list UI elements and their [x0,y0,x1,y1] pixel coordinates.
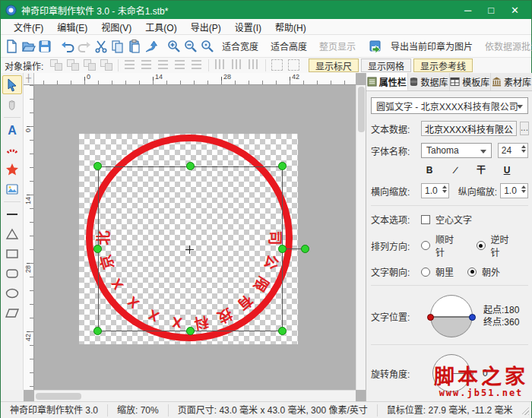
v-scale-spinner[interactable]: 1.0 [500,183,528,198]
ungroup-icon[interactable] [65,58,81,71]
select-tool[interactable] [2,75,22,94]
paste-button[interactable] [127,36,142,56]
tab-templates[interactable]: 模板库 [450,73,492,90]
show-ruler-toggle[interactable]: 显示标尺 [309,59,359,72]
handle-bottom-right[interactable] [278,327,287,335]
arrow-button[interactable] [144,36,159,56]
spin-down-icon[interactable] [521,150,526,153]
send-back-icon[interactable] [98,58,115,71]
maximize-button[interactable]: □ [488,5,494,16]
same-height-icon[interactable] [229,58,245,71]
copy-button[interactable] [110,36,125,56]
watermark-url: www.jb51.net [434,388,528,398]
clockwise-radio[interactable] [421,241,430,250]
menu-item-1[interactable]: 编辑(E) [50,19,94,35]
handle-mid-right[interactable] [278,245,287,253]
tab-properties[interactable]: 属性栏 [366,73,408,90]
menu-item-2[interactable]: 视图(V) [94,19,138,35]
hollow-text-checkbox[interactable] [421,215,430,224]
object-selector[interactable]: 圆弧文字 - 北京XXXX科技有限公司 [371,97,528,114]
show-grid-toggle[interactable]: 显示网格 [361,59,411,72]
pan-tool[interactable] [2,95,22,114]
tab-materials[interactable]: 素材库 [491,73,532,90]
export-current-button[interactable]: 导出当前印章为图片 [385,36,478,56]
handle-mid-left[interactable] [93,245,102,253]
zoom-reset-button[interactable] [200,36,215,56]
show-guides-toggle[interactable]: 显示参考线 [413,59,473,72]
full-page-button[interactable]: 整页显示 [314,36,361,56]
align-bottom-icon[interactable] [188,58,205,71]
line-tool[interactable] [2,204,22,223]
handle-top-right[interactable] [278,162,287,170]
zoom-in-button[interactable] [166,36,182,56]
handle-bottom-left[interactable] [93,327,102,335]
text-data-more-button[interactable]: ... [520,122,529,135]
align-left-icon[interactable] [122,58,138,71]
v-ruler-label: 0 [24,128,32,132]
same-width-icon[interactable] [212,58,229,71]
handle-bottom-center[interactable] [186,327,195,335]
bold-button[interactable]: B [423,164,436,176]
align-right-icon[interactable] [155,58,172,71]
h-scale-spinner[interactable]: 1.0 [421,183,449,198]
rotation-handle[interactable] [301,245,309,253]
group-icon[interactable] [48,58,65,71]
align-center-icon[interactable] [138,58,155,71]
resize-grip[interactable] [522,406,529,415]
h-ruler-label: 0 [87,73,90,81]
export-image-button[interactable] [369,36,384,56]
outward-radio[interactable] [467,268,477,277]
image-tool[interactable] [2,179,22,198]
underline-button[interactable]: U [500,164,514,176]
vertical-scrollbar[interactable] [356,85,366,390]
spin-up-icon[interactable] [521,145,526,148]
redo-button[interactable] [77,36,92,56]
zoom-out-button[interactable] [183,36,198,56]
strikethrough-button[interactable]: 干 [474,164,488,176]
tab-database[interactable]: 数据库 [408,73,450,90]
menu-item-5[interactable]: 设置(I) [228,19,268,35]
menu-item-6[interactable]: 帮助(H) [268,19,313,35]
rounded-rect-tool[interactable] [2,264,22,283]
handle-top-left[interactable] [93,162,102,170]
ellipse-tool[interactable] [2,283,22,302]
canvas[interactable]: 北京XXXX科技有限公司 [34,85,356,390]
menu-item-0[interactable]: 文件(F) [7,19,50,35]
export-batch-button[interactable]: 依数据源批量导出印章为图片 [480,36,532,56]
horizontal-scrollbar[interactable] [34,390,356,401]
arc-text-tool[interactable] [2,140,22,159]
cut-button[interactable] [93,36,109,56]
font-name-select[interactable]: Tahoma [421,143,492,158]
text-tool[interactable]: A [2,120,22,139]
lock-icon[interactable] [269,58,286,71]
menu-item-3[interactable]: 工具(O) [138,19,183,35]
undo-button[interactable] [60,36,75,56]
parallelogram-tool[interactable] [2,303,22,322]
handle-top-center[interactable] [186,162,195,170]
new-file-button[interactable] [4,36,19,56]
rectangle-tool[interactable] [2,244,22,263]
text-data-input[interactable] [421,121,517,136]
minimize-button[interactable]: ─ [464,5,471,16]
end-point-dot[interactable] [469,314,476,321]
menu-item-4[interactable]: 导出(P) [184,19,228,35]
vertical-scroll-thumb[interactable] [358,87,365,132]
star-tool[interactable] [2,160,22,179]
equal-spacing-icon[interactable] [245,58,262,71]
horizontal-scroll-thumb[interactable] [36,393,81,400]
unlock-icon[interactable] [286,58,302,71]
font-size-spinner[interactable]: 24 [498,143,528,158]
start-point-dot[interactable] [427,314,434,321]
open-file-button[interactable] [21,36,36,56]
bring-front-icon[interactable] [81,58,98,71]
inward-radio[interactable] [421,268,430,277]
close-button[interactable]: ✕ [511,5,519,16]
triangle-tool[interactable] [2,224,22,243]
italic-button[interactable]: ∕ [448,164,462,176]
text-position-dial[interactable] [430,295,473,337]
save-button[interactable] [37,36,52,56]
counterclockwise-radio[interactable] [477,241,486,250]
fit-height-button[interactable]: 适合高度 [265,36,312,56]
align-top-icon[interactable] [172,58,188,71]
fit-width-button[interactable]: 适合宽度 [217,36,264,56]
